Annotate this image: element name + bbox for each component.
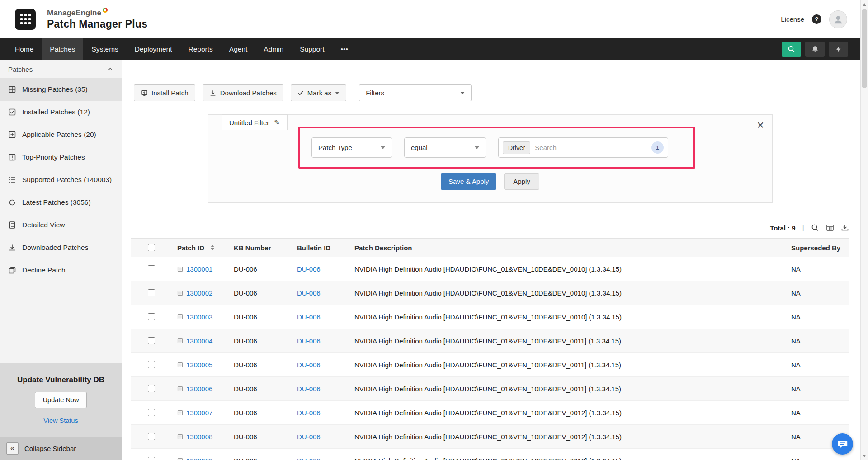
help-icon[interactable]: ? — [812, 14, 821, 24]
sidebar-item-missing-patches[interactable]: Missing Patches (35) — [0, 78, 122, 101]
close-icon[interactable]: × — [757, 119, 764, 131]
row-checkbox-cell — [131, 361, 172, 368]
row-checkbox[interactable] — [148, 385, 155, 392]
filter-panel: Untitled Filter ✎ × Patch Type equal Dri… — [208, 114, 773, 203]
bulletin-id-link[interactable]: DU-006 — [297, 433, 321, 441]
sidebar-item-label: Installed Patches (12) — [22, 108, 90, 116]
export-icon[interactable] — [841, 224, 849, 232]
view-status-link[interactable]: View Status — [43, 417, 78, 424]
brand-logo: ManageEngine Patch Manager Plus — [47, 9, 147, 30]
scroll-up-arrow[interactable] — [861, 0, 868, 8]
bulletin-id-link[interactable]: DU-006 — [297, 385, 321, 393]
patch-id-link[interactable]: 1300002 — [186, 289, 212, 297]
save-apply-button[interactable]: Save & Apply — [441, 173, 496, 190]
patch-description-cell: NVIDIA High Definition Audio [HDAUDIO\FU… — [349, 313, 786, 321]
sidebar-item-label: Latest Patches (3056) — [22, 198, 91, 207]
nav-item-home[interactable]: Home — [7, 38, 42, 60]
sidebar-section-header[interactable]: Patches — [0, 60, 122, 78]
column-chooser-icon[interactable] — [826, 224, 834, 232]
patch-id-link[interactable]: 1300009 — [186, 457, 212, 460]
row-checkbox[interactable] — [148, 265, 155, 272]
patch-id-link[interactable]: 1300003 — [186, 313, 212, 321]
superseded-by-cell: NA — [786, 361, 849, 369]
sidebar-item-detailed-view[interactable]: Detailed View — [0, 214, 122, 236]
bulletin-id-link[interactable]: DU-006 — [297, 409, 321, 417]
filter-field-select[interactable]: Patch Type — [311, 137, 392, 158]
patch-id-link[interactable]: 1300007 — [186, 409, 212, 417]
bulletin-id-link[interactable]: DU-006 — [297, 361, 321, 369]
sidebar-item-installed-patches[interactable]: Installed Patches (12) — [0, 101, 122, 123]
sidebar-item-top-priority-patches[interactable]: Top-Priority Patches — [0, 146, 122, 169]
patch-id-cell: 1300004 — [172, 337, 228, 345]
nav-item-reports[interactable]: Reports — [180, 38, 221, 60]
bulletin-id-link[interactable]: DU-006 — [297, 457, 321, 460]
row-checkbox[interactable] — [148, 289, 155, 296]
nav-item-deployment[interactable]: Deployment — [127, 38, 180, 60]
driver-chip[interactable]: Driver — [503, 141, 530, 154]
sidebar-item-supported-patches[interactable]: Supported Patches (140003) — [0, 169, 122, 191]
row-checkbox[interactable] — [148, 457, 155, 460]
license-link[interactable]: License — [781, 15, 804, 23]
quick-actions-button[interactable] — [829, 42, 848, 57]
announcement-button[interactable] — [805, 42, 825, 57]
installed-patches-icon — [8, 108, 16, 116]
patch-id-link[interactable]: 1300005 — [186, 361, 212, 369]
patch-id-cell: 1300001 — [172, 265, 228, 273]
bulletin-id-cell: DU-006 — [292, 289, 349, 297]
sidebar-item-downloaded-patches[interactable]: Downloaded Patches — [0, 236, 122, 259]
avatar[interactable] — [829, 10, 847, 28]
install-patch-button[interactable]: Install Patch — [134, 84, 195, 101]
update-now-button[interactable]: Update Now — [35, 392, 87, 408]
patch-id-link[interactable]: 1300001 — [186, 265, 212, 273]
download-patches-button[interactable]: Download Patches — [203, 84, 283, 101]
header-kb-number: KB Number — [228, 244, 292, 252]
sidebar-item-latest-patches[interactable]: Latest Patches (3056) — [0, 191, 122, 214]
row-checkbox[interactable] — [148, 433, 155, 440]
row-checkbox[interactable] — [148, 409, 155, 416]
bulletin-id-link[interactable]: DU-006 — [297, 313, 321, 321]
superseded-by-cell: NA — [786, 337, 849, 345]
patch-toolbar: Install Patch Download Patches Mark as F… — [134, 84, 868, 101]
header-patch-id[interactable]: Patch ID — [172, 244, 228, 252]
scrollbar-thumb[interactable] — [862, 9, 867, 88]
row-checkbox[interactable] — [148, 337, 155, 344]
apps-grid-button[interactable] — [15, 9, 36, 30]
bulletin-id-link[interactable]: DU-006 — [297, 289, 321, 297]
sidebar-item-decline-patch[interactable]: Decline Patch — [0, 259, 122, 282]
sort-icons[interactable] — [211, 245, 214, 250]
filter-search-input[interactable] — [535, 144, 647, 151]
row-checkbox-cell — [131, 265, 172, 272]
edit-pencil-icon[interactable]: ✎ — [274, 118, 280, 127]
bulletin-id-link[interactable]: DU-006 — [297, 337, 321, 345]
collapse-sidebar-button[interactable]: « Collapse Sidebar — [0, 437, 122, 460]
filters-dropdown[interactable]: Filters — [359, 84, 472, 101]
table-search-icon[interactable] — [811, 224, 819, 232]
filter-tab[interactable]: Untitled Filter ✎ — [222, 114, 288, 130]
chevron-down-icon — [475, 146, 479, 149]
nav-item-more[interactable]: ••• — [333, 38, 356, 60]
global-search-button[interactable] — [782, 42, 801, 57]
bulletin-id-link[interactable]: DU-006 — [297, 265, 321, 273]
nav-item-agent[interactable]: Agent — [221, 38, 256, 60]
nav-item-admin[interactable]: Admin — [255, 38, 292, 60]
chat-fab-button[interactable] — [832, 433, 853, 455]
vertical-scrollbar[interactable] — [860, 0, 868, 460]
patch-id-cell: 1300003 — [172, 313, 228, 321]
patch-id-link[interactable]: 1300004 — [186, 337, 212, 345]
nav-item-support[interactable]: Support — [292, 38, 332, 60]
patch-id-link[interactable]: 1300006 — [186, 385, 212, 393]
nav-item-systems[interactable]: Systems — [83, 38, 126, 60]
sidebar: Patches Missing Patches (35) Installed P… — [0, 60, 122, 460]
scroll-down-arrow[interactable] — [861, 452, 868, 460]
patch-id-link[interactable]: 1300008 — [186, 433, 212, 441]
nav-item-patches[interactable]: Patches — [42, 38, 83, 60]
mark-as-button[interactable]: Mark as — [291, 84, 346, 101]
bulletin-id-cell: DU-006 — [292, 433, 349, 441]
apply-button[interactable]: Apply — [504, 173, 539, 190]
filter-operator-select[interactable]: equal — [404, 137, 486, 158]
select-all-checkbox[interactable] — [148, 244, 155, 251]
row-checkbox[interactable] — [148, 361, 155, 368]
sidebar-item-applicable-patches[interactable]: Applicable Patches (20) — [0, 123, 122, 146]
row-checkbox[interactable] — [148, 313, 155, 320]
row-checkbox-cell — [131, 385, 172, 392]
